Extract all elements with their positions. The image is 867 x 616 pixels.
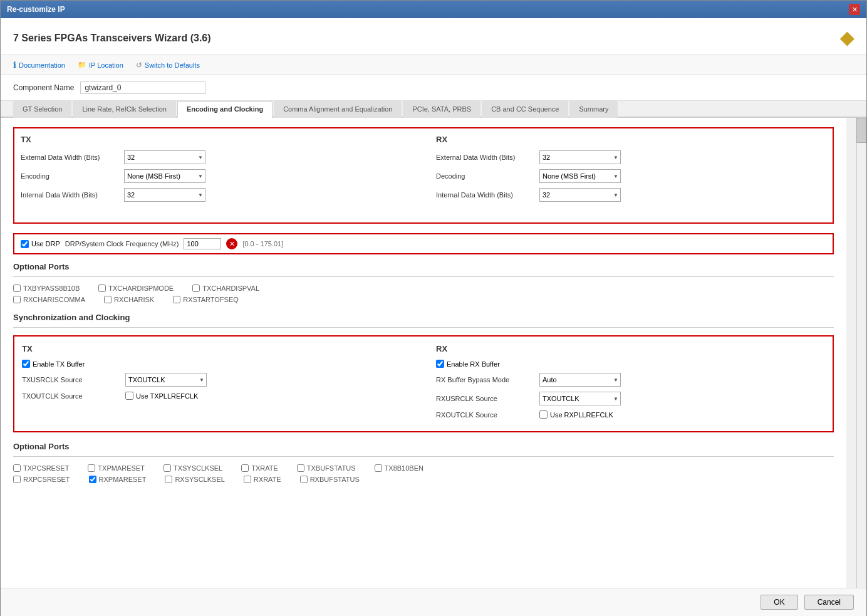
rxoutclk-checkbox[interactable] <box>539 410 548 419</box>
rxusrclk-source-label: RXUSRCLK Source <box>436 395 536 402</box>
title-bar: Re-customize IP ✕ <box>1 1 866 18</box>
use-drp-label[interactable]: Use DRP <box>21 240 60 248</box>
port-txbufstatus[interactable]: TXBUFSTATUS <box>297 464 356 472</box>
rxoutclk-source-row: RXOUTCLK Source Use RXPLLREFCLK <box>436 410 825 419</box>
txoutclk-checkbox[interactable] <box>125 392 133 400</box>
tx-ext-data-width-select[interactable]: 32 16 64 <box>124 150 205 164</box>
txoutclk-use-label[interactable]: Use TXPLLREFCLK <box>125 392 198 400</box>
tabs-container: GT Selection Line Rate, RefClk Selection… <box>1 101 866 118</box>
port-rxbufstatus[interactable]: RXBUFSTATUS <box>300 476 360 483</box>
port-rxpcsreset[interactable]: RXPCSRESET <box>13 476 70 483</box>
optional-ports2-divider <box>13 456 834 457</box>
rx-decoding-select[interactable]: None (MSB First) 8B/10B <box>539 169 621 183</box>
port-rxchariscomma[interactable]: RXCHARISCOMMA <box>13 296 85 303</box>
tx-encoding-select[interactable]: None (MSB First) 8B/10B <box>124 169 205 183</box>
content-scroll: TX External Data Width (Bits) 32 16 64 <box>1 118 856 588</box>
scrollbar-thumb[interactable] <box>856 118 866 143</box>
rxusrclk-source-select[interactable]: TXOUTCLK External <box>539 392 621 405</box>
port-tx8b10ben[interactable]: TX8B10BEN <box>375 464 423 472</box>
port-txchardispval[interactable]: TXCHARDISPVAL <box>192 285 259 292</box>
port-txrate[interactable]: TXRATE <box>241 464 278 472</box>
rx-buffer-bypass-select[interactable]: Auto Manual <box>539 373 621 387</box>
component-name-label: Component Name <box>13 83 74 92</box>
txusrclk-source-row: TXUSRCLK Source TXOUTCLK External <box>22 373 411 387</box>
port-txbypass8b10b[interactable]: TXBYPASS8B10B <box>13 285 80 292</box>
ok-button[interactable]: OK <box>761 595 797 610</box>
ip-location-link[interactable]: 📁 IP Location <box>78 61 123 69</box>
tx-encoding-select-wrapper: None (MSB First) 8B/10B <box>124 169 205 183</box>
tab-encoding-clocking[interactable]: Encoding and Clocking <box>177 101 273 118</box>
footer: OK Cancel <box>1 588 866 616</box>
header-logo: ◆ <box>840 28 854 48</box>
ports2-row-2: RXPCSRESET RXPMARESET RXSYSCLKSEL RXRATE <box>13 476 834 483</box>
port-txsysclksel[interactable]: TXSYSCLKSEL <box>164 464 222 472</box>
rx-decoding-label: Decoding <box>436 172 536 180</box>
scrollbar[interactable] <box>856 118 866 588</box>
component-name-input[interactable] <box>80 81 205 94</box>
port-rxcharisk[interactable]: RXCHARISK <box>104 296 154 303</box>
rx-ext-data-width-select[interactable]: 32 16 64 <box>539 150 621 164</box>
rx-header: RX <box>436 135 826 144</box>
sync-section: Synchronization and Clocking TX Enable T… <box>13 313 834 432</box>
rxoutclk-use-label[interactable]: Use RXPLLREFCLK <box>539 410 613 419</box>
txoutclk-source-row: TXOUTCLK Source Use TXPLLREFCLK <box>22 392 411 400</box>
switch-defaults-link[interactable]: ↺ Switch to Defaults <box>136 61 200 70</box>
main-content: 7 Series FPGAs Transceivers Wizard (3.6)… <box>1 18 866 616</box>
sync-section-label: Synchronization and Clocking <box>13 313 834 322</box>
optional-ports-divider <box>13 276 834 277</box>
tx-ext-data-width-label: External Data Width (Bits) <box>21 154 121 161</box>
header: 7 Series FPGAs Transceivers Wizard (3.6)… <box>1 18 866 55</box>
rx-int-data-width-select[interactable]: 32 16 64 <box>539 188 621 202</box>
txusrclk-source-select[interactable]: TXOUTCLK External <box>125 373 207 387</box>
enable-tx-buffer-checkbox[interactable] <box>22 360 30 368</box>
enable-tx-buffer-label[interactable]: Enable TX Buffer <box>22 360 85 368</box>
port-txpmareset[interactable]: TXPMARESET <box>88 464 145 472</box>
documentation-link[interactable]: ℹ Documentation <box>13 60 65 70</box>
tx-rx-headers: TX External Data Width (Bits) 32 16 64 <box>21 135 826 207</box>
tx-int-data-width-select[interactable]: 32 16 64 <box>124 188 205 202</box>
enable-rx-buffer-checkbox[interactable] <box>436 360 444 368</box>
tab-comma-alignment[interactable]: Comma Alignment and Equalization <box>274 101 402 118</box>
sync-rx-header: RX <box>436 344 825 353</box>
tab-pcie-sata[interactable]: PCIe, SATA, PRBS <box>403 101 480 118</box>
enable-rx-buffer-row: Enable RX Buffer <box>436 360 825 368</box>
ports-row-2: RXCHARISCOMMA RXCHARISK RXSTARTOFSEQ <box>13 296 834 303</box>
tx-int-data-width-row: Internal Data Width (Bits) 32 16 64 <box>21 188 411 202</box>
close-button[interactable]: ✕ <box>849 4 860 15</box>
port-txchardispmode[interactable]: TXCHARDISPMODE <box>98 285 174 292</box>
optional-ports2-section: Optional Ports TXPCSRESET TXPMARESET TXS… <box>13 442 834 483</box>
enable-tx-buffer-row: Enable TX Buffer <box>22 360 411 368</box>
enable-rx-buffer-label[interactable]: Enable RX Buffer <box>436 360 500 368</box>
tab-line-rate[interactable]: Line Rate, RefClk Selection <box>73 101 176 118</box>
tx-ext-data-width-select-wrapper: 32 16 64 <box>124 150 205 164</box>
tab-summary[interactable]: Summary <box>569 101 618 118</box>
tab-cb-cc[interactable]: CB and CC Sequence <box>482 101 568 118</box>
drp-freq-input[interactable] <box>184 238 221 249</box>
sync-tx: TX Enable TX Buffer TXUSRCLK Source <box>22 344 411 424</box>
use-drp-checkbox[interactable] <box>21 240 29 248</box>
port-rxsysclksel[interactable]: RXSYSCLKSEL <box>165 476 224 483</box>
rx-ext-data-width-select-wrapper: 32 16 64 <box>539 150 621 164</box>
rx-ext-data-width-row: External Data Width (Bits) 32 16 64 <box>436 150 826 164</box>
tab-gt-selection[interactable]: GT Selection <box>13 101 71 118</box>
port-txpcsreset[interactable]: TXPCSRESET <box>13 464 69 472</box>
txusrclk-source-label: TXUSRCLK Source <box>22 376 122 384</box>
ports-row-1: TXBYPASS8B10B TXCHARDISPMODE TXCHARDISPV… <box>13 285 834 292</box>
port-rxrate[interactable]: RXRATE <box>244 476 281 483</box>
window-title: Re-customize IP <box>7 5 65 14</box>
drp-section: Use DRP DRP/System Clock Frequency (MHz)… <box>13 233 834 254</box>
cancel-button[interactable]: Cancel <box>804 595 854 610</box>
rx-ext-data-width-label: External Data Width (Bits) <box>436 154 536 161</box>
main-window: Re-customize IP ✕ 7 Series FPGAs Transce… <box>0 0 867 616</box>
rxusrclk-source-select-wrapper: TXOUTCLK External <box>539 392 621 405</box>
refresh-icon: ↺ <box>136 61 142 70</box>
drp-clear-button[interactable]: ✕ <box>226 238 237 249</box>
port-rxstartofseq[interactable]: RXSTARTOFSEQ <box>173 296 239 303</box>
optional-ports-section: Optional Ports TXBYPASS8B10B TXCHARDISPM… <box>13 262 834 303</box>
tx-int-data-width-select-wrapper: 32 16 64 <box>124 188 205 202</box>
tx-header: TX <box>21 135 411 144</box>
optional-ports2-label: Optional Ports <box>13 442 834 451</box>
port-rxpmareset[interactable]: RXPMARESET <box>89 476 147 483</box>
rx-int-data-width-label: Internal Data Width (Bits) <box>436 191 536 199</box>
tx-ext-data-width-row: External Data Width (Bits) 32 16 64 <box>21 150 411 164</box>
